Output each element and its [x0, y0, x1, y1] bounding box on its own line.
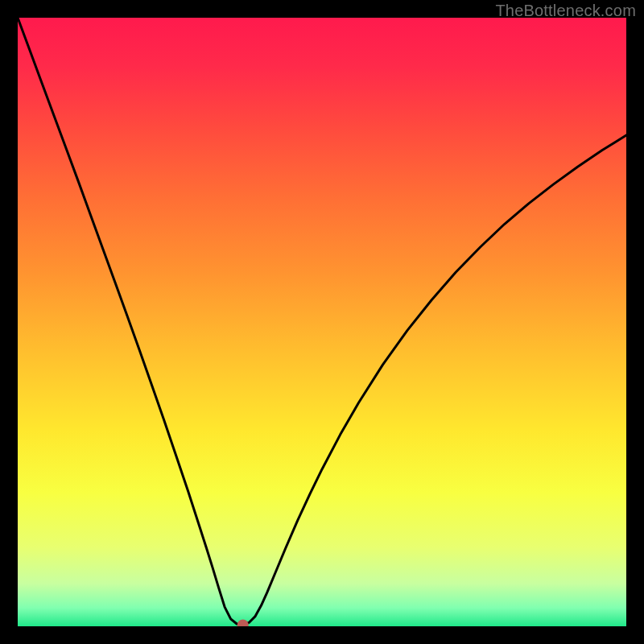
chart-plot-area: [18, 18, 626, 626]
watermark-text: TheBottleneck.com: [495, 2, 636, 20]
gradient-background: [18, 18, 626, 626]
chart-frame: TheBottleneck.com: [0, 0, 644, 644]
chart-svg: [18, 18, 626, 626]
